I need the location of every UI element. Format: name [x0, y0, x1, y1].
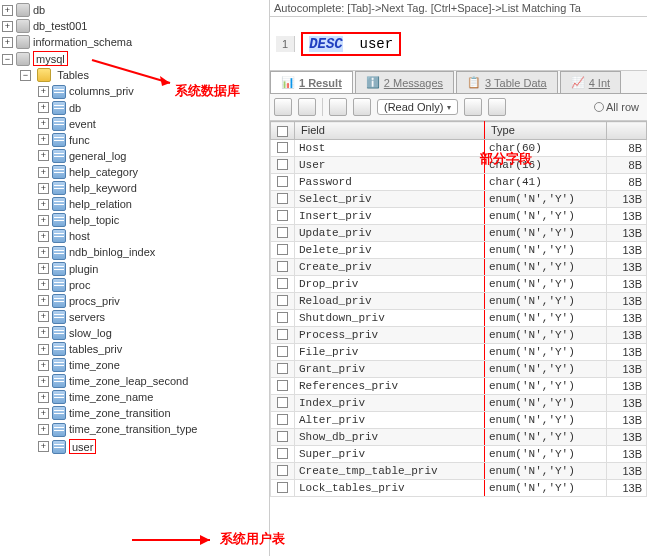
expand-icon[interactable]: + [38, 247, 49, 258]
row-checkbox[interactable] [271, 139, 295, 156]
tree-table-time_zone_leap_second[interactable]: +time_zone_leap_second [38, 373, 267, 389]
expand-icon[interactable]: + [38, 183, 49, 194]
export-icon[interactable] [274, 98, 292, 116]
tab-messages[interactable]: ℹ️ 2 Messages [355, 71, 454, 93]
tree-db-information_schema[interactable]: +information_schema [2, 34, 267, 50]
tree-table-general_log[interactable]: +general_log [38, 148, 267, 164]
expand-icon[interactable]: + [38, 86, 49, 97]
checkbox-header[interactable] [271, 122, 295, 140]
table-row[interactable]: Passwordchar(41)8B [271, 173, 647, 190]
tree-table-db[interactable]: +db [38, 100, 267, 116]
table-row[interactable]: Grant_privenum('N','Y')13B [271, 360, 647, 377]
row-checkbox[interactable] [271, 156, 295, 173]
expand-icon[interactable]: + [38, 392, 49, 403]
expand-icon[interactable]: + [38, 424, 49, 435]
tree-table-help_category[interactable]: +help_category [38, 164, 267, 180]
tree-table-servers[interactable]: +servers [38, 309, 267, 325]
row-checkbox[interactable] [271, 479, 295, 496]
expand-icon[interactable]: + [38, 327, 49, 338]
expand-icon[interactable]: + [38, 167, 49, 178]
tree-table-proc[interactable]: +proc [38, 277, 267, 293]
expand-icon[interactable]: + [38, 102, 49, 113]
row-checkbox[interactable] [271, 309, 295, 326]
expand-icon[interactable]: + [38, 376, 49, 387]
row-checkbox[interactable] [271, 428, 295, 445]
table-row[interactable]: Userchar(16)8B [271, 156, 647, 173]
expand-icon[interactable]: + [38, 118, 49, 129]
expand-icon[interactable]: + [38, 408, 49, 419]
column-size[interactable] [607, 122, 647, 140]
expand-icon[interactable]: − [2, 54, 13, 65]
table-row[interactable]: File_privenum('N','Y')13B [271, 343, 647, 360]
row-checkbox[interactable] [271, 190, 295, 207]
tree-table-help_keyword[interactable]: +help_keyword [38, 180, 267, 196]
expand-icon[interactable]: + [38, 360, 49, 371]
allrow-radio[interactable]: All row [594, 101, 639, 113]
expand-icon[interactable]: + [38, 441, 49, 452]
expand-icon[interactable]: + [38, 279, 49, 290]
column-field[interactable]: Field [295, 122, 485, 140]
expand-icon[interactable]: + [38, 134, 49, 145]
expand-icon[interactable]: + [38, 311, 49, 322]
refresh-icon[interactable] [488, 98, 506, 116]
expand-icon[interactable]: + [38, 199, 49, 210]
expand-icon[interactable]: + [2, 5, 13, 16]
tree-table-plugin[interactable]: +plugin [38, 261, 267, 277]
expand-icon[interactable]: + [38, 231, 49, 242]
table-row[interactable]: Show_db_privenum('N','Y')13B [271, 428, 647, 445]
row-checkbox[interactable] [271, 462, 295, 479]
row-checkbox[interactable] [271, 275, 295, 292]
row-checkbox[interactable] [271, 207, 295, 224]
tree-table-ndb_binlog_index[interactable]: +ndb_binlog_index [38, 244, 267, 260]
table-row[interactable]: Index_privenum('N','Y')13B [271, 394, 647, 411]
tree-db-db_test001[interactable]: +db_test001 [2, 18, 267, 34]
row-checkbox[interactable] [271, 394, 295, 411]
table-row[interactable]: Shutdown_privenum('N','Y')13B [271, 309, 647, 326]
expand-icon[interactable]: + [38, 215, 49, 226]
expand-icon[interactable]: + [38, 344, 49, 355]
tree-table-help_topic[interactable]: +help_topic [38, 212, 267, 228]
tree-table-time_zone_transition_type[interactable]: +time_zone_transition_type [38, 421, 267, 437]
table-row[interactable]: Drop_privenum('N','Y')13B [271, 275, 647, 292]
row-checkbox[interactable] [271, 224, 295, 241]
tree-table-func[interactable]: +func [38, 132, 267, 148]
row-checkbox[interactable] [271, 292, 295, 309]
table-row[interactable]: Super_privenum('N','Y')13B [271, 445, 647, 462]
tab-info[interactable]: 📈 4 Int [560, 71, 621, 93]
tree-table-time_zone[interactable]: +time_zone [38, 357, 267, 373]
row-checkbox[interactable] [271, 360, 295, 377]
save-icon[interactable] [464, 98, 482, 116]
table-row[interactable]: Lock_tables_privenum('N','Y')13B [271, 479, 647, 496]
row-checkbox[interactable] [271, 445, 295, 462]
table-row[interactable]: Hostchar(60)8B [271, 139, 647, 156]
tree-table-tables_priv[interactable]: +tables_priv [38, 341, 267, 357]
tree-tables-folder[interactable]: − Tables [20, 67, 267, 83]
tree-table-user[interactable]: +user [38, 438, 267, 455]
tree-table-event[interactable]: +event [38, 116, 267, 132]
tree-table-time_zone_name[interactable]: +time_zone_name [38, 389, 267, 405]
tree-db-db[interactable]: +db [2, 2, 267, 18]
table-row[interactable]: References_privenum('N','Y')13B [271, 377, 647, 394]
row-checkbox[interactable] [271, 326, 295, 343]
table-row[interactable]: Select_privenum('N','Y')13B [271, 190, 647, 207]
tree-table-host[interactable]: +host [38, 228, 267, 244]
table-row[interactable]: Reload_privenum('N','Y')13B [271, 292, 647, 309]
expand-icon[interactable]: + [2, 37, 13, 48]
row-checkbox[interactable] [271, 343, 295, 360]
expand-icon[interactable]: + [38, 150, 49, 161]
row-checkbox[interactable] [271, 377, 295, 394]
expand-icon[interactable]: + [38, 295, 49, 306]
tree-table-slow_log[interactable]: +slow_log [38, 325, 267, 341]
row-checkbox[interactable] [271, 258, 295, 275]
tree-db-mysql[interactable]: −mysql [2, 50, 267, 67]
expand-icon[interactable]: + [2, 21, 13, 32]
expand-icon[interactable]: + [38, 263, 49, 274]
row-checkbox[interactable] [271, 173, 295, 190]
tree-table-time_zone_transition[interactable]: +time_zone_transition [38, 405, 267, 421]
tree-table-procs_priv[interactable]: +procs_priv [38, 293, 267, 309]
collapse-icon[interactable]: − [20, 70, 31, 81]
duplicate-row-icon[interactable] [353, 98, 371, 116]
sql-editor[interactable]: 1 DESC user [270, 17, 647, 71]
tree-table-columns_priv[interactable]: +columns_priv [38, 83, 267, 99]
table-row[interactable]: Process_privenum('N','Y')13B [271, 326, 647, 343]
